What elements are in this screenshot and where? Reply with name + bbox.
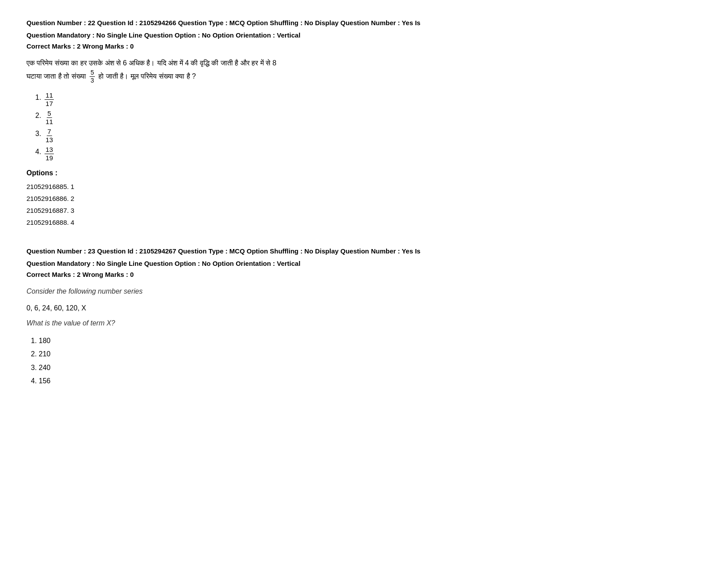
- option-22-3-den: 13: [45, 136, 54, 144]
- option-22-4-number: 4.: [35, 146, 41, 159]
- inline-fraction: 5 3: [90, 69, 95, 84]
- option-23-2: 2. 210: [31, 348, 702, 361]
- option-22-2: 2. 5 11: [35, 110, 702, 126]
- option-22-3-num: 7: [47, 128, 52, 136]
- question-22-text: एक परिमेय संख्या का हर उसके अंश से 6 अधि…: [26, 57, 702, 84]
- option-id-22-2: 21052916886. 2: [26, 193, 702, 204]
- option-id-22-1: 21052916885. 1: [26, 181, 702, 193]
- option-22-4: 4. 13 19: [35, 146, 702, 162]
- question-23-marks: Correct Marks : 2 Wrong Marks : 0: [26, 271, 702, 278]
- question-22-option-id-list: 21052916885. 1 21052916886. 2 2105291688…: [26, 181, 702, 228]
- option-22-1-fraction: 11 17: [45, 91, 54, 108]
- question-22-meta-line1: Question Number : 22 Question Id : 21052…: [26, 18, 702, 28]
- question-23-text-plain: Consider the following number series: [26, 285, 702, 297]
- question-23-ask: What is the value of term X?: [26, 319, 702, 327]
- question-23-meta-line2: Question Mandatory : No Single Line Ques…: [26, 258, 702, 269]
- question-22-hindi-line3: हो जाती है। मूल परिमेय संख्या क्या है ?: [98, 72, 195, 80]
- question-22-options-list: 1. 11 17 2. 5 11 3. 7 13 4. 13 19: [26, 91, 702, 162]
- option-22-2-den: 11: [45, 118, 54, 126]
- option-22-4-fraction: 13 19: [45, 146, 54, 162]
- option-22-1-den: 17: [45, 100, 54, 108]
- question-22-block: Question Number : 22 Question Id : 21052…: [26, 18, 702, 228]
- option-23-3: 3. 240: [31, 361, 702, 374]
- option-22-2-num: 5: [47, 110, 52, 118]
- inline-fraction-denominator: 3: [90, 77, 95, 84]
- question-23-series: 0, 6, 24, 60, 120, X: [26, 304, 702, 312]
- question-22-hindi-line1: एक परिमेय संख्या का हर उसके अंश से 6 अधि…: [26, 59, 276, 67]
- option-22-2-fraction: 5 11: [45, 110, 54, 126]
- option-22-2-number: 2.: [35, 110, 41, 122]
- question-22-hindi-line2-prefix: घटाया जाता है तो संख्या: [26, 72, 86, 80]
- option-22-4-num: 13: [45, 146, 54, 154]
- option-22-3: 3. 7 13: [35, 128, 702, 144]
- question-23-block: Question Number : 23 Question Id : 21052…: [26, 246, 702, 388]
- option-22-1-number: 1.: [35, 91, 41, 104]
- question-23-meta-line1: Question Number : 23 Question Id : 21052…: [26, 246, 702, 257]
- inline-fraction-numerator: 5: [90, 69, 95, 77]
- option-23-1: 1. 180: [31, 334, 702, 348]
- option-id-22-4: 21052916888. 4: [26, 216, 702, 228]
- question-22-options-label: Options :: [26, 169, 702, 177]
- option-22-3-number: 3.: [35, 128, 41, 140]
- option-22-1: 1. 11 17: [35, 91, 702, 108]
- option-22-3-fraction: 7 13: [45, 128, 54, 144]
- option-id-22-3: 21052916887. 3: [26, 204, 702, 216]
- option-22-1-num: 11: [45, 91, 54, 100]
- question-22-meta-line2: Question Mandatory : No Single Line Ques…: [26, 30, 702, 41]
- question-22-marks: Correct Marks : 2 Wrong Marks : 0: [26, 42, 702, 50]
- option-23-4: 4. 156: [31, 374, 702, 388]
- option-22-4-den: 19: [45, 154, 54, 162]
- question-23-options-list: 1. 180 2. 210 3. 240 4. 156: [26, 334, 702, 388]
